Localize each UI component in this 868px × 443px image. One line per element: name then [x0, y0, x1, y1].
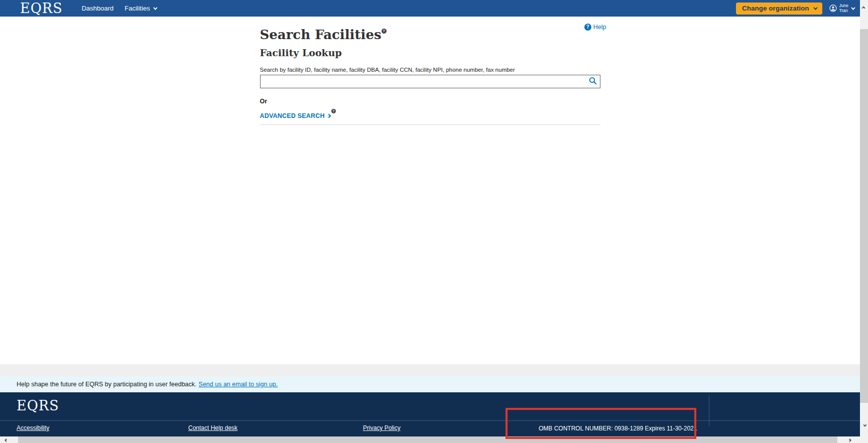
- user-last-name: Tran: [839, 8, 848, 13]
- page-title: Search Facilities?: [260, 28, 600, 43]
- chevron-right-icon: [326, 114, 330, 118]
- help-question-icon: ?: [584, 24, 591, 31]
- search-hint-text: Search by facility ID, facility name, fa…: [260, 67, 600, 73]
- footer-eqrs-logo: EQRS: [17, 398, 59, 413]
- glossary-help-icon[interactable]: ?: [382, 29, 387, 34]
- nav-item-dashboard-label: Dashboard: [82, 5, 114, 12]
- search-button[interactable]: [587, 76, 598, 87]
- section-divider: [260, 124, 600, 125]
- change-organization-label: Change organization: [742, 5, 809, 12]
- feedback-text: Help shape the future of EQRS by partici…: [17, 381, 197, 388]
- or-label: Or: [260, 98, 600, 105]
- footer: EQRS Accessibility Contact Help desk Pri…: [0, 392, 860, 436]
- footer-link-accessibility[interactable]: Accessibility: [17, 424, 49, 431]
- nav-item-dashboard[interactable]: Dashboard: [82, 5, 114, 12]
- nav-item-facilities[interactable]: Facilities: [125, 5, 156, 12]
- chevron-down-icon: [813, 6, 817, 10]
- vertical-scrollbar[interactable]: [860, 0, 868, 443]
- chevron-down-icon: [851, 6, 855, 10]
- vertical-scrollbar-thumb[interactable]: [860, 29, 868, 403]
- facility-search-input[interactable]: [260, 75, 600, 88]
- help-link[interactable]: ? Help: [584, 24, 606, 31]
- page-subtitle: Facility Lookup: [260, 47, 600, 58]
- chevron-down-icon: [153, 6, 157, 10]
- scroll-down-icon[interactable]: [861, 422, 867, 428]
- footer-link-privacy-policy[interactable]: Privacy Policy: [363, 424, 401, 431]
- user-avatar-icon: [829, 5, 837, 12]
- prefooter-gray-band: [0, 364, 860, 376]
- glossary-help-icon[interactable]: ?: [331, 109, 336, 113]
- user-menu[interactable]: June Tran: [829, 4, 854, 13]
- screen: EQRS Dashboard Facilities Change organiz…: [0, 0, 868, 443]
- advanced-search-link[interactable]: ADVANCED SEARCH: [260, 112, 330, 119]
- navbar-right: Change organization June Tran: [736, 3, 854, 15]
- horizontal-scrollbar-thumb[interactable]: [18, 436, 837, 443]
- footer-vertical-divider: [709, 395, 709, 426]
- main-content: Search Facilities? ? Help Facility Looku…: [0, 17, 860, 364]
- help-link-label: Help: [593, 24, 606, 31]
- scroll-left-icon[interactable]: [3, 437, 9, 443]
- eqrs-logo[interactable]: EQRS: [20, 2, 63, 15]
- feedback-email-link[interactable]: Send us an email to sign up.: [199, 381, 278, 388]
- omb-control-number: OMB CONTROL NUMBER: 0938-1289 Expires 11…: [539, 425, 697, 432]
- search-icon: [588, 76, 597, 85]
- top-navbar: EQRS Dashboard Facilities Change organiz…: [0, 0, 860, 17]
- advanced-search-row: ADVANCED SEARCH ?: [260, 112, 600, 119]
- primary-nav: Dashboard Facilities: [82, 5, 156, 12]
- nav-item-facilities-label: Facilities: [125, 5, 150, 12]
- scroll-up-icon[interactable]: [861, 4, 867, 10]
- user-name: June Tran: [839, 4, 848, 13]
- facility-lookup-panel: Search Facilities? ? Help Facility Looku…: [260, 17, 600, 125]
- footer-link-contact-help-desk[interactable]: Contact Help desk: [188, 424, 237, 431]
- scroll-right-icon[interactable]: [846, 437, 852, 443]
- footer-divider: [0, 420, 860, 421]
- feedback-banner: Help shape the future of EQRS by partici…: [0, 376, 860, 392]
- app-window: EQRS Dashboard Facilities Change organiz…: [0, 0, 860, 443]
- advanced-search-label: ADVANCED SEARCH: [260, 112, 325, 119]
- horizontal-scrollbar[interactable]: [0, 436, 860, 443]
- search-field-wrapper: [260, 75, 600, 88]
- change-organization-button[interactable]: Change organization: [736, 3, 822, 15]
